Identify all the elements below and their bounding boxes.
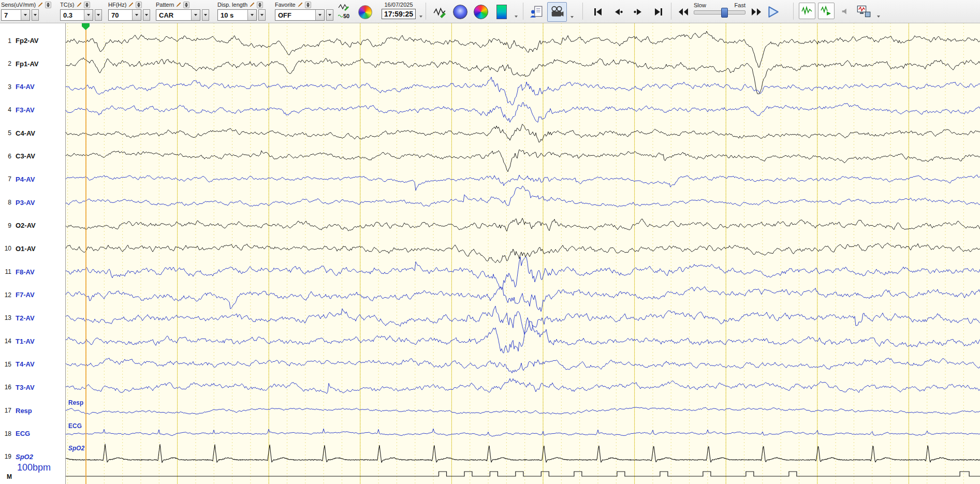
audio-button[interactable] bbox=[839, 5, 852, 18]
hf-control-group: HF(Hz) 70 bbox=[108, 1, 150, 21]
edit-pen-icon[interactable] bbox=[38, 2, 43, 7]
datetime-more-button[interactable] bbox=[417, 14, 425, 19]
maps-more-button[interactable] bbox=[513, 14, 520, 19]
dropdown-arrow-icon[interactable] bbox=[21, 10, 30, 20]
tc-label: TC(s) bbox=[60, 2, 75, 8]
trace-area[interactable]: Resp ECG SpO2 bbox=[66, 23, 980, 484]
channel-row[interactable]: 5C4-AV bbox=[0, 129, 65, 137]
dropdown-arrow-icon[interactable] bbox=[84, 10, 93, 20]
topomap-button[interactable] bbox=[452, 4, 469, 20]
disp-length-aux-dropdown[interactable] bbox=[258, 9, 266, 21]
jump-end-button[interactable] bbox=[651, 5, 666, 19]
channel-row[interactable]: 13T2-AV bbox=[0, 314, 65, 322]
channel-number: 1 bbox=[0, 37, 11, 45]
hf-aux-dropdown[interactable] bbox=[143, 9, 150, 21]
tc-select[interactable]: 0.3 bbox=[60, 9, 93, 21]
channel-row[interactable]: 9O2-AV bbox=[0, 222, 65, 230]
head-3d-button[interactable] bbox=[473, 4, 489, 20]
step-back-button[interactable] bbox=[610, 5, 626, 19]
fast-forward-button[interactable] bbox=[749, 5, 764, 19]
disp-length-select[interactable]: 10 s bbox=[217, 9, 257, 21]
channel-row[interactable]: 4F3-AV bbox=[0, 106, 65, 114]
pattern-select[interactable]: CAR bbox=[156, 9, 200, 21]
video-camera-icon bbox=[550, 5, 564, 19]
annotate-wave-icon bbox=[338, 3, 349, 11]
channel-number: 13 bbox=[0, 314, 11, 321]
favorite-aux-dropdown[interactable] bbox=[326, 9, 333, 21]
channel-row[interactable]: 19SpO2 bbox=[0, 452, 65, 461]
speed-slider[interactable]: Slow Fast bbox=[694, 2, 745, 14]
channel-row[interactable]: 6C3-AV bbox=[0, 152, 65, 160]
montage-globe-button[interactable] bbox=[357, 4, 373, 20]
edit-pen-icon[interactable] bbox=[128, 2, 134, 7]
pattern-stepper[interactable] bbox=[183, 2, 189, 8]
sens-stepper[interactable] bbox=[45, 2, 51, 8]
dropdown-arrow-icon[interactable] bbox=[315, 10, 324, 20]
channel-row[interactable]: 7P4-AV bbox=[0, 175, 65, 183]
netlink-button[interactable] bbox=[854, 3, 873, 20]
sens-aux-dropdown[interactable] bbox=[32, 9, 39, 21]
pattern-aux-dropdown[interactable] bbox=[202, 9, 209, 21]
notch-filter-button[interactable]: 50 bbox=[337, 11, 350, 21]
channel-row[interactable]: 2Fp1-AV bbox=[0, 60, 65, 68]
disp-length-stepper[interactable] bbox=[257, 2, 263, 8]
channel-row[interactable]: 11F8-AV bbox=[0, 268, 65, 276]
channel-row[interactable]: 14T1-AV bbox=[0, 337, 65, 345]
channel-label: Resp bbox=[16, 407, 32, 415]
toolbar-separator bbox=[426, 3, 426, 20]
channel-label: F7-AV bbox=[16, 291, 35, 299]
rewind-button[interactable] bbox=[676, 5, 691, 19]
speed-thumb[interactable] bbox=[721, 8, 728, 18]
play-button[interactable] bbox=[764, 4, 782, 20]
favorite-control-group: Favorite OFF bbox=[275, 1, 333, 21]
annotate-wave-button[interactable] bbox=[337, 2, 350, 12]
speed-track[interactable] bbox=[694, 10, 745, 14]
online-trace-button[interactable] bbox=[799, 3, 815, 19]
channel-row[interactable]: 12F7-AV bbox=[0, 291, 65, 299]
channel-label: T4-AV bbox=[16, 360, 35, 368]
favorite-select[interactable]: OFF bbox=[275, 9, 325, 21]
eeg-trace-canvas[interactable] bbox=[66, 23, 980, 484]
tc-aux-dropdown[interactable] bbox=[95, 9, 102, 21]
channel-number: 19 bbox=[0, 453, 11, 460]
favorite-stepper[interactable] bbox=[305, 2, 311, 8]
channel-row[interactable]: 15T4-AV bbox=[0, 360, 65, 369]
dropdown-arrow-icon[interactable] bbox=[247, 10, 256, 20]
sens-select[interactable]: 7 bbox=[1, 9, 30, 21]
online-trace-icon bbox=[801, 5, 813, 17]
channel-row[interactable]: 1Fp2-AV bbox=[0, 37, 65, 45]
channel-row[interactable]: 18ECG bbox=[0, 430, 65, 438]
toolbar-separator bbox=[793, 3, 794, 20]
channel-row[interactable]: 10O1-AV bbox=[0, 244, 65, 253]
hf-stepper[interactable] bbox=[136, 2, 142, 8]
disp-length-control-group: Disp. length 10 s bbox=[217, 1, 266, 21]
channel-number: 4 bbox=[0, 106, 11, 113]
channel-row[interactable]: 8P3-AV bbox=[0, 198, 65, 207]
netlink-more-button[interactable] bbox=[875, 14, 882, 19]
step-forward-button[interactable] bbox=[631, 5, 646, 19]
video-button[interactable] bbox=[547, 2, 567, 22]
channel-row[interactable]: 16T3-AV bbox=[0, 383, 65, 391]
colorbar-button[interactable] bbox=[493, 4, 510, 20]
edit-pen-icon[interactable] bbox=[250, 2, 255, 7]
online-play-button[interactable] bbox=[818, 3, 835, 19]
video-more-button[interactable] bbox=[568, 14, 576, 20]
spo2-trace-label: SpO2 bbox=[68, 445, 84, 452]
edit-pen-icon[interactable] bbox=[298, 2, 303, 7]
jump-start-button[interactable] bbox=[590, 5, 606, 19]
online-play-icon bbox=[821, 5, 832, 17]
hf-select[interactable]: 70 bbox=[108, 9, 141, 21]
patient-info-button[interactable] bbox=[528, 3, 545, 21]
head-3d-icon bbox=[474, 5, 488, 19]
dropdown-arrow-icon[interactable] bbox=[132, 10, 141, 20]
edit-pen-icon[interactable] bbox=[176, 2, 181, 7]
channel-label: O1-AV bbox=[16, 245, 36, 253]
channel-label: C3-AV bbox=[16, 152, 35, 160]
channel-number: 16 bbox=[0, 384, 11, 391]
edit-pen-icon[interactable] bbox=[77, 2, 82, 7]
channel-row[interactable]: 17Resp bbox=[0, 406, 65, 415]
channel-row[interactable]: 3F4-AV bbox=[0, 83, 65, 91]
dropdown-arrow-icon[interactable] bbox=[191, 10, 200, 20]
trend-wave-button[interactable] bbox=[431, 4, 448, 20]
tc-stepper[interactable] bbox=[84, 2, 90, 8]
